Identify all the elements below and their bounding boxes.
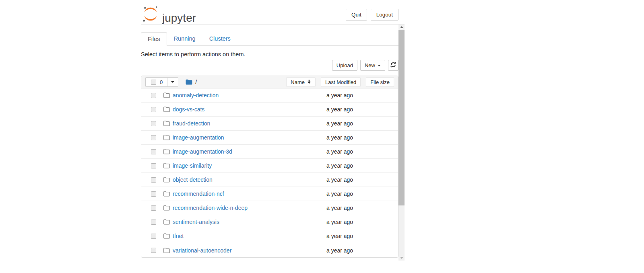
sort-file-size-button[interactable]: File size [366, 77, 394, 87]
jupyter-dashboard: jupyter Quit Logout Files Running Cluste… [141, 0, 405, 273]
logout-button[interactable]: Logout [371, 9, 398, 21]
folder-icon [163, 177, 170, 183]
jupyter-logo-icon [142, 5, 159, 25]
last-modified-value: a year ago [326, 92, 398, 99]
row-checkbox[interactable] [151, 205, 156, 211]
row-checkbox[interactable] [151, 121, 156, 126]
folder-icon [163, 163, 170, 168]
folder-link[interactable]: image-augmentation [173, 134, 224, 141]
breadcrumb-path[interactable]: / [195, 79, 197, 85]
last-modified-value: a year ago [326, 134, 398, 141]
row-checkbox[interactable] [151, 107, 156, 112]
folder-icon [163, 135, 170, 140]
row-checkbox[interactable] [151, 93, 156, 98]
folder-link[interactable]: recommendation-wide-n-deep [173, 205, 248, 211]
row-checkbox[interactable] [151, 234, 156, 239]
folder-icon [163, 248, 170, 253]
dashboard-scroll-region: Files Running Clusters Select items to p… [141, 25, 405, 261]
select-all-group: 0 [145, 77, 178, 87]
folder-link[interactable]: image-augmentation-3d [173, 148, 232, 155]
select-all-checkbox[interactable] [151, 80, 156, 85]
folder-icon-solid[interactable] [186, 79, 192, 85]
table-row: image-augmentation-3d a year ago [141, 145, 398, 159]
selected-count: 0 [160, 79, 163, 85]
instruction-text: Select items to perform actions on them. [141, 51, 398, 57]
folder-icon [163, 205, 170, 211]
scrollbar[interactable] [398, 25, 405, 261]
tab-files[interactable]: Files [141, 32, 167, 46]
table-row: sentiment-analysis a year ago [141, 215, 398, 229]
refresh-button[interactable] [388, 60, 398, 71]
folder-icon [163, 233, 170, 239]
select-all-button[interactable]: 0 [145, 77, 167, 87]
folder-icon [163, 219, 170, 225]
scrollbar-down-arrow[interactable] [398, 255, 405, 261]
table-row: dogs-vs-cats a year ago [141, 103, 398, 117]
folder-icon [163, 107, 170, 112]
quit-button[interactable]: Quit [346, 9, 367, 21]
action-toolbar: Upload New [141, 60, 398, 71]
jupyter-wordmark: jupyter [162, 12, 196, 25]
breadcrumb: / [186, 79, 197, 85]
file-list: anomaly-detection a year ago dogs-vs-cat… [141, 88, 398, 257]
row-checkbox[interactable] [151, 177, 156, 183]
table-row: object-detection a year ago [141, 173, 398, 187]
row-checkbox[interactable] [151, 191, 156, 197]
triangle-up-icon [400, 26, 403, 28]
folder-link[interactable]: image-similarity [173, 162, 212, 169]
scrollbar-up-arrow[interactable] [398, 25, 405, 30]
folder-icon [163, 92, 170, 98]
table-row: image-augmentation a year ago [141, 131, 398, 145]
sort-name-button[interactable]: Name [286, 77, 316, 87]
folder-link[interactable]: dogs-vs-cats [173, 106, 204, 113]
folder-icon [163, 149, 170, 154]
last-modified-value: a year ago [326, 219, 398, 225]
chevron-down-icon [378, 65, 381, 66]
table-row: recommendation-wide-n-deep a year ago [141, 201, 398, 215]
folder-icon [163, 121, 170, 126]
folder-link[interactable]: sentiment-analysis [173, 219, 219, 225]
table-row: image-similarity a year ago [141, 159, 398, 173]
folder-link[interactable]: object-detection [173, 177, 213, 183]
scrollbar-thumb[interactable] [398, 30, 405, 205]
folder-link[interactable]: recommendation-ncf [173, 191, 224, 197]
sort-last-modified-button[interactable]: Last Modified [321, 77, 361, 87]
last-modified-value: a year ago [326, 205, 398, 211]
last-modified-value: a year ago [326, 247, 398, 254]
last-modified-value: a year ago [326, 191, 398, 197]
jupyter-logo[interactable]: jupyter [142, 5, 196, 25]
folder-link[interactable]: fraud-detection [173, 120, 210, 127]
last-modified-value: a year ago [326, 148, 398, 155]
row-checkbox[interactable] [151, 149, 156, 154]
last-modified-value: a year ago [326, 233, 398, 239]
tab-running[interactable]: Running [167, 32, 202, 45]
tab-clusters[interactable]: Clusters [202, 32, 237, 45]
table-row: tfnet a year ago [141, 229, 398, 243]
row-checkbox[interactable] [151, 135, 156, 140]
table-row: variational-autoencoder a year ago [141, 243, 398, 257]
folder-link[interactable]: variational-autoencoder [173, 247, 231, 254]
triangle-down-icon [400, 257, 403, 259]
table-row: anomaly-detection a year ago [141, 88, 398, 103]
select-filter-dropdown[interactable] [167, 77, 178, 87]
last-modified-value: a year ago [326, 177, 398, 183]
top-divider [141, 0, 405, 5]
tab-bar: Files Running Clusters [141, 32, 398, 46]
upload-button[interactable]: Upload [332, 60, 357, 71]
row-checkbox[interactable] [151, 220, 156, 225]
last-modified-value: a year ago [326, 162, 398, 169]
last-modified-value: a year ago [326, 120, 398, 127]
new-dropdown-button[interactable]: New [360, 60, 385, 71]
row-checkbox[interactable] [151, 248, 156, 253]
new-dropdown-label: New [365, 62, 375, 68]
file-list-header: 0 / [141, 76, 398, 88]
table-row: fraud-detection a year ago [141, 117, 398, 131]
arrow-down-icon [307, 79, 311, 85]
chevron-down-icon [171, 81, 174, 83]
file-list-panel: 0 / [141, 76, 398, 258]
sort-buttons: Name Last Modified File size [286, 77, 394, 87]
row-checkbox[interactable] [151, 163, 156, 168]
folder-link[interactable]: tfnet [173, 233, 184, 239]
folder-link[interactable]: anomaly-detection [173, 92, 219, 99]
masthead-buttons: Quit Logout [346, 9, 398, 21]
